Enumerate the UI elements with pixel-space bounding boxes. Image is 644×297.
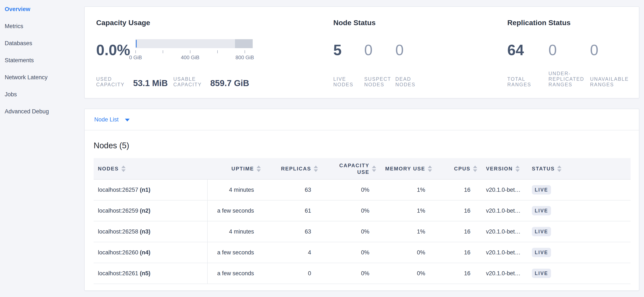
node-list-selector[interactable]: Node List [85,109,639,130]
capacity-percent: 0.0% [96,42,130,58]
node-address: localhost:26260 [98,249,138,256]
cell-status: LIVE [523,179,630,200]
nodes-card-body: Nodes (5) NODES UPTIME REPLICAS [85,130,639,291]
cell-status: LIVE [523,200,630,221]
cell-capacity-use: 0% [320,263,379,284]
table-row[interactable]: localhost:26261 (n5) a few seconds 0 0% … [94,263,630,284]
unavailable-ranges-label: UNAVAILABLE RANGES [590,76,637,87]
axis-label-0: 0 GiB [129,54,142,60]
table-row[interactable]: localhost:26258 (n3) 4 minutes 63 0% 1% … [94,221,630,242]
node-id: (n2) [140,208,150,214]
status-badge: LIVE [532,185,551,195]
cell-replicas: 0 [263,263,320,284]
dead-nodes-stat: 0 DEAD NODES [395,42,423,87]
cell-node[interactable]: localhost:26257 (n1) [94,179,208,200]
sidebar-item-statements[interactable]: Statements [0,57,84,74]
nodes-card: Node List Nodes (5) NODES UPTIME REPLIC [84,109,639,291]
cell-cpus: 16 [434,179,480,200]
sidebar-item-advanced-debug[interactable]: Advanced Debug [0,108,84,125]
header-replicas-label: REPLICAS [281,166,311,172]
header-cpus[interactable]: CPUS [434,158,480,179]
header-uptime[interactable]: UPTIME [208,158,263,179]
header-version[interactable]: VERSION [480,158,523,179]
used-capacity-stat: USED CAPACITY 53.1 MiB [96,76,168,87]
sidebar-nav: Overview Metrics Databases Statements Ne… [0,5,84,125]
capacity-usage-row: 0.0% 0 GiB 400 GiB 800 GiB [96,42,255,58]
cell-uptime: a few seconds [208,242,263,263]
sort-icon[interactable] [314,166,318,172]
header-replicas[interactable]: REPLICAS [263,158,320,179]
table-row[interactable]: localhost:26260 (n4) a few seconds 4 0% … [94,242,630,263]
node-id: (n3) [140,228,150,235]
sidebar-item-network-latency[interactable]: Network Latency [0,74,84,91]
used-capacity-value: 53.1 MiB [133,79,168,87]
status-badge: LIVE [532,248,551,257]
sort-icon[interactable] [121,166,126,172]
cell-memory-use: 0% [379,263,434,284]
sidebar-item-overview[interactable]: Overview [0,5,84,22]
node-address: localhost:26259 [98,208,138,214]
table-row[interactable]: localhost:26257 (n1) 4 minutes 63 0% 1% … [94,179,630,200]
header-uptime-label: UPTIME [231,166,254,172]
unavailable-ranges-stat: 0 UNAVAILABLE RANGES [590,42,637,87]
capacity-stats: USED CAPACITY 53.1 MiB USABLE CAPACITY 8… [96,76,255,87]
header-status[interactable]: STATUS [523,158,630,179]
capacity-bar-dark-segment [235,39,253,48]
node-status-stats: 5 LIVE NODES 0 SUSPECT NODES 0 DEAD NODE… [333,42,423,87]
suspect-nodes-stat: 0 SUSPECT NODES [364,42,395,87]
table-row[interactable]: localhost:26259 (n2) a few seconds 61 0%… [94,200,630,221]
node-id: (n4) [140,249,150,256]
cell-version: v20.1.0-bet… [480,221,523,242]
live-nodes-value: 5 [333,42,364,58]
cell-capacity-use: 0% [320,179,379,200]
cell-replicas: 4 [263,242,320,263]
cell-capacity-use: 0% [320,200,379,221]
header-nodes[interactable]: NODES [94,158,208,179]
cell-memory-use: 1% [379,200,434,221]
under-replicated-label: UNDER- REPLICATED RANGES [548,71,590,87]
suspect-nodes-value: 0 [364,42,395,58]
sidebar-item-databases[interactable]: Databases [0,40,84,57]
cell-node[interactable]: localhost:26261 (n5) [94,263,208,284]
table-header-row: NODES UPTIME REPLICAS CAPACITY USE MEMOR… [94,158,630,179]
sort-icon[interactable] [428,166,432,172]
sort-icon[interactable] [473,166,477,172]
cell-node[interactable]: localhost:26260 (n4) [94,242,208,263]
node-id: (n5) [140,270,150,277]
header-version-label: VERSION [486,166,513,172]
node-id: (n1) [140,187,150,193]
dead-nodes-value: 0 [395,42,423,58]
node-list-selector-label[interactable]: Node List [94,116,118,123]
cluster-summary-card: Capacity Usage 0.0% 0 GiB 400 GiB 800 Gi… [84,6,639,98]
cell-node[interactable]: localhost:26259 (n2) [94,200,208,221]
axis-label-800: 800 GiB [236,54,254,60]
usable-capacity-value: 859.7 GiB [210,79,249,87]
used-capacity-label: USED CAPACITY [96,76,124,87]
cell-capacity-use: 0% [320,242,379,263]
cell-node[interactable]: localhost:26258 (n3) [94,221,208,242]
total-ranges-label: TOTAL RANGES [507,76,548,87]
cell-memory-use: 1% [379,179,434,200]
cell-replicas: 63 [263,179,320,200]
cell-cpus: 16 [434,263,480,284]
capacity-axis-ticks [136,50,246,53]
cell-replicas: 61 [263,200,320,221]
replication-status-section: Replication Status 64 TOTAL RANGES 0 UND… [507,18,637,87]
sort-icon[interactable] [557,166,562,172]
sidebar-item-jobs[interactable]: Jobs [0,91,84,108]
capacity-bar: 0 GiB 400 GiB 800 GiB [136,39,255,61]
header-memory-use-label: MEMORY USE [385,166,425,172]
header-capacity-use[interactable]: CAPACITY USE [320,158,379,179]
sort-icon[interactable] [256,166,261,172]
header-memory-use[interactable]: MEMORY USE [379,158,434,179]
sort-icon[interactable] [372,166,376,172]
cell-cpus: 16 [434,200,480,221]
usable-capacity-label: USABLE CAPACITY [173,76,202,87]
status-badge: LIVE [532,227,551,236]
sort-icon[interactable] [516,166,520,172]
header-status-label: STATUS [532,166,555,172]
sidebar-item-metrics[interactable]: Metrics [0,22,84,40]
header-cpus-label: CPUS [454,166,470,172]
node-address: localhost:26258 [98,228,138,235]
capacity-used-indicator [136,40,137,47]
